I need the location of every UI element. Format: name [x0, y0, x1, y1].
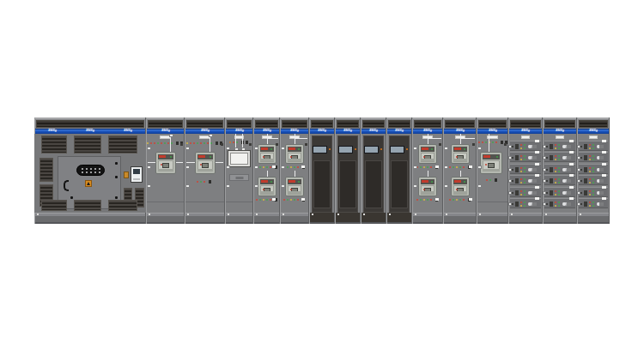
control-switch[interactable]	[246, 141, 248, 144]
unit-breaker-switch[interactable]	[515, 167, 519, 172]
breaker-status-light	[161, 164, 162, 165]
mimic-drop-line	[428, 134, 428, 144]
fuse-switch-handle[interactable]	[597, 202, 604, 206]
fuse-switch-handle[interactable]	[597, 179, 604, 183]
drawout-circuit-breaker[interactable]	[480, 152, 502, 174]
breaker-operating-mechanism[interactable]	[162, 163, 169, 168]
unit-breaker-switch[interactable]	[515, 144, 519, 149]
transfer-controller-device[interactable]	[228, 150, 251, 167]
pilot-light	[558, 182, 560, 184]
drawout-circuit-breaker[interactable]	[258, 177, 276, 196]
unit-breaker-switch[interactable]	[584, 144, 587, 149]
breaker-indicator	[496, 156, 498, 158]
fuse-switch-handle[interactable]	[562, 145, 571, 148]
pilot-light	[555, 205, 556, 207]
door-latch[interactable]	[504, 143, 507, 146]
unit-breaker-switch[interactable]	[584, 155, 587, 160]
unit-breaker-switch[interactable]	[584, 167, 587, 172]
drawout-circuit-breaker[interactable]	[258, 144, 276, 164]
unit-breaker-switch[interactable]	[584, 202, 587, 207]
dark-base	[361, 213, 386, 222]
handle-cap	[562, 156, 566, 159]
control-switch[interactable]	[216, 141, 218, 145]
drawout-circuit-breaker[interactable]	[285, 177, 304, 196]
drawout-circuit-breaker[interactable]	[451, 177, 470, 196]
unit-breaker-switch[interactable]	[550, 155, 553, 160]
door-seam	[147, 202, 184, 202]
door-latch[interactable]	[180, 143, 183, 146]
drawout-circuit-breaker[interactable]	[418, 177, 437, 196]
unit-breaker-switch[interactable]	[550, 190, 553, 196]
pilot-light	[592, 202, 594, 203]
drawout-circuit-breaker[interactable]	[451, 144, 470, 164]
unit-breaker-switch[interactable]	[515, 202, 519, 207]
door-latch[interactable]	[439, 143, 441, 146]
hmi-screen[interactable]	[390, 146, 404, 153]
wireway-terminal	[281, 147, 285, 150]
pilot-light	[555, 144, 556, 146]
fuse-switch-handle[interactable]	[528, 156, 537, 159]
unit-breaker-switch[interactable]	[515, 178, 519, 184]
unit-breaker-switch[interactable]	[550, 178, 553, 184]
unit-breaker-switch[interactable]	[550, 202, 553, 207]
handle-cap	[562, 191, 566, 195]
fuse-switch-handle[interactable]	[597, 145, 604, 148]
unit-breaker-switch[interactable]	[515, 190, 519, 196]
pilot-light	[200, 142, 202, 144]
door-latch[interactable]	[472, 143, 475, 146]
drawout-circuit-breaker[interactable]	[285, 144, 304, 164]
hmi-screen[interactable]	[313, 146, 327, 153]
pilot-light	[520, 190, 522, 192]
door-latch[interactable]	[221, 143, 223, 146]
fuse-switch-handle[interactable]	[597, 156, 604, 159]
breaker-operating-mechanism[interactable]	[202, 163, 209, 168]
control-switch[interactable]	[176, 141, 179, 145]
unit-breaker-switch[interactable]	[550, 167, 553, 172]
fuse-switch-handle[interactable]	[528, 145, 537, 148]
pilot-light	[489, 179, 491, 181]
hmi-screen[interactable]	[338, 146, 353, 153]
breaker-status-light	[290, 189, 292, 190]
drawout-circuit-breaker[interactable]	[195, 152, 216, 174]
door-handle[interactable]	[64, 180, 69, 191]
fuse-switch-handle[interactable]	[528, 191, 537, 195]
door-latch[interactable]	[276, 143, 278, 146]
fuse-switch-handle[interactable]	[562, 168, 571, 172]
unit-breaker-switch[interactable]	[515, 155, 519, 160]
fuse-switch-handle[interactable]	[528, 179, 537, 183]
fuse-switch-handle[interactable]	[597, 191, 604, 195]
door-latch[interactable]	[305, 143, 307, 146]
fuse-switch-handle[interactable]	[528, 202, 537, 206]
cable-slot-panel	[229, 174, 249, 181]
fuse-switch-handle[interactable]	[562, 156, 571, 159]
unit-breaker-switch[interactable]	[584, 178, 587, 184]
fuse-switch-handle[interactable]	[562, 191, 571, 195]
unit-breaker-switch[interactable]	[584, 190, 587, 196]
wireway-terminal	[185, 184, 190, 188]
fuse-switch-handle[interactable]	[528, 168, 537, 172]
pilot-light	[492, 141, 494, 143]
connector-pin	[94, 172, 96, 173]
pilot-light	[524, 205, 526, 207]
pilot-light	[589, 178, 591, 180]
breaker-operating-mechanism[interactable]	[488, 163, 495, 168]
control-switch[interactable]	[495, 178, 497, 182]
brand-logo: EMXg	[521, 129, 530, 132]
connector-pin	[90, 168, 92, 170]
control-switch[interactable]	[209, 180, 211, 184]
fuse-switch-handle[interactable]	[597, 168, 604, 172]
connector-pin	[99, 168, 100, 170]
fuse-switch-handle[interactable]	[562, 179, 571, 183]
unit-breaker-switch[interactable]	[550, 144, 553, 149]
drawout-circuit-breaker[interactable]	[155, 152, 176, 174]
panel-meter[interactable]	[131, 166, 143, 183]
brand-logo: EMXg	[369, 129, 378, 132]
fuse-switch-handle[interactable]	[562, 202, 571, 206]
hmi-screen[interactable]	[364, 146, 379, 153]
control-switch[interactable]	[501, 141, 503, 144]
drawout-circuit-breaker[interactable]	[418, 144, 437, 164]
pilot-light	[256, 199, 258, 201]
breaker-label-strip	[453, 147, 467, 152]
row-terminal	[508, 168, 512, 172]
door-latch[interactable]	[249, 143, 252, 146]
